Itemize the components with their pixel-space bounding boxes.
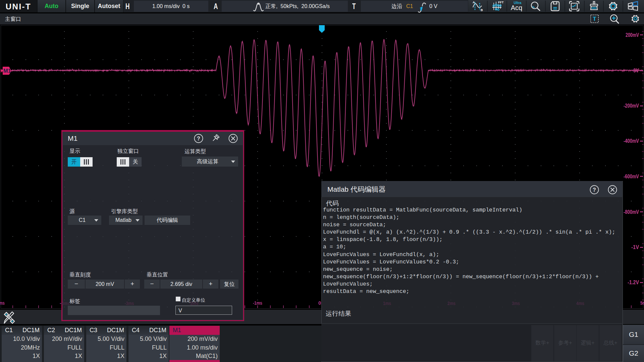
svg-text:-1ms: -1ms [253, 300, 262, 306]
svg-text:5ms: 5ms [640, 300, 644, 306]
svg-text:T: T [593, 16, 596, 22]
svg-text:M1: M1 [3, 68, 11, 74]
svg-text:FFT: FFT [498, 1, 504, 4]
svg-text:?: ? [593, 187, 596, 193]
svg-text:Acq: Acq [511, 4, 522, 11]
svg-text:A: A [473, 1, 475, 4]
svg-text:-5ms: -5ms [0, 300, 5, 306]
svg-text:-1.2V: -1.2V [628, 279, 639, 285]
svg-text:200mV: 200mV [626, 32, 639, 38]
svg-text:0V: 0V [633, 67, 639, 73]
svg-text:-200mV: -200mV [624, 103, 639, 109]
svg-text:-600mV: -600mV [624, 173, 639, 179]
svg-text:-1V: -1V [631, 244, 639, 250]
svg-text:-400mV: -400mV [624, 138, 639, 144]
svg-text:?: ? [197, 136, 200, 141]
svg-text:B: B [481, 8, 483, 12]
